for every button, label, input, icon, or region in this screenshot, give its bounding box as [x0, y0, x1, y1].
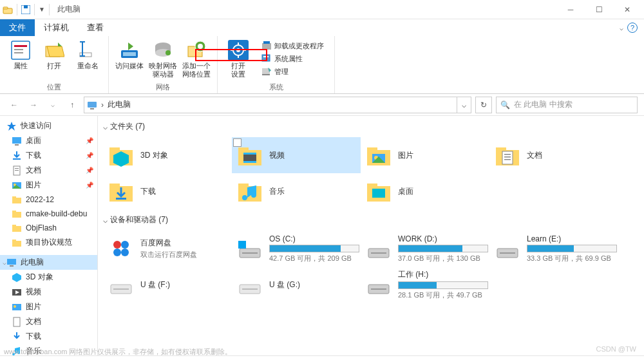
refresh-button[interactable]: ↻	[475, 97, 492, 113]
folder-3d-objects[interactable]: 3D 对象	[103, 137, 232, 173]
folder-downloads[interactable]: 下载	[103, 173, 232, 209]
view-tab[interactable]: 查看	[78, 19, 113, 36]
svg-rect-34	[263, 56, 269, 57]
svg-rect-46	[15, 170, 19, 171]
svg-rect-42	[15, 144, 19, 146]
sidebar-pictures2[interactable]: 图片	[0, 299, 97, 314]
svg-rect-55	[12, 225, 16, 227]
sidebar-quick-access[interactable]: 快速访问	[0, 118, 97, 133]
chevron-icon[interactable]: ⌵	[3, 259, 6, 266]
app-icon	[3, 5, 13, 15]
checkbox[interactable]	[233, 138, 242, 147]
svg-point-94	[113, 241, 121, 249]
sidebar-downloads[interactable]: 下载📌	[0, 148, 97, 163]
open-button[interactable]: 打开	[39, 39, 70, 71]
sidebar-desktop[interactable]: 桌面📌	[0, 133, 97, 148]
folder-desktop[interactable]: 桌面	[361, 173, 489, 209]
svg-rect-100	[242, 252, 258, 254]
sidebar-videos[interactable]: 视频	[0, 285, 97, 299]
drive-os-c[interactable]: OS (C:) 42.7 GB 可用，共 209 GB	[232, 231, 361, 267]
address-dropdown[interactable]: ⌵	[457, 97, 471, 113]
drive-baidu[interactable]: 百度网盘 双击运行百度网盘	[103, 231, 232, 267]
qat-save-icon[interactable]	[21, 5, 30, 14]
ribbon-help[interactable]: ⌵ ?	[620, 23, 644, 33]
folder-music[interactable]: 音乐	[232, 173, 361, 209]
svg-rect-41	[12, 137, 21, 144]
svg-rect-7	[14, 52, 23, 53]
folder-videos[interactable]: 视频	[232, 137, 361, 173]
watermark-right: CSDN @TW	[596, 345, 637, 353]
svg-rect-68	[109, 147, 120, 151]
forward-button[interactable]: →	[26, 97, 41, 113]
drive-work-d[interactable]: WORK (D:) 37.0 GB 可用，共 130 GB	[361, 231, 489, 267]
minimize-button[interactable]: ─	[556, 0, 585, 19]
recent-dropdown[interactable]: ⌵	[45, 97, 61, 113]
sidebar-documents[interactable]: 文档📌	[0, 163, 97, 178]
svg-rect-71	[238, 147, 249, 151]
uninstall-button[interactable]: 卸载或更改程序	[259, 40, 327, 52]
sidebar-objflash[interactable]: ObjFlash	[0, 221, 97, 235]
svg-rect-52	[12, 212, 21, 218]
sidebar-protocol[interactable]: 项目协议规范	[0, 235, 97, 250]
system-properties-button[interactable]: 系统属性	[259, 53, 327, 64]
address-input[interactable]: › 此电脑	[84, 97, 457, 113]
svg-rect-33	[262, 55, 270, 61]
svg-rect-45	[15, 168, 19, 169]
svg-rect-58	[7, 259, 16, 265]
back-button[interactable]: ←	[6, 97, 22, 113]
drive-work-h[interactable]: 工作 (H:) 28.1 GB 可用，共 49.7 GB	[361, 267, 489, 303]
title-bar: ▼ 此电脑 ─ ☐ ✕	[0, 0, 644, 19]
svg-rect-32	[263, 41, 270, 44]
properties-button[interactable]: 属性	[5, 39, 36, 71]
drive-fill	[399, 245, 462, 252]
pin-icon: 📌	[86, 182, 93, 189]
sidebar-3d[interactable]: 3D 对象	[0, 270, 97, 285]
svg-rect-108	[242, 288, 258, 290]
svg-rect-63	[12, 304, 21, 310]
sidebar-documents2[interactable]: 文档	[0, 314, 97, 329]
pin-icon: 📌	[86, 152, 93, 159]
svg-rect-106	[113, 288, 129, 290]
svg-rect-51	[12, 196, 16, 198]
svg-marker-9	[47, 46, 64, 57]
sidebar-pictures[interactable]: 图片📌	[0, 178, 97, 193]
close-button[interactable]: ✕	[613, 0, 641, 19]
manage-button[interactable]: 管理	[259, 66, 327, 77]
svg-rect-76	[367, 147, 377, 151]
watermark: www.toymoban.com 网络图片仅供展示，非存储，如有侵权请联系删除。	[4, 347, 232, 357]
drive-fill	[270, 245, 341, 252]
up-button[interactable]: ↑	[64, 97, 80, 113]
open-settings-button[interactable]: 打开 设置	[223, 39, 254, 80]
svg-rect-74	[243, 161, 256, 163]
svg-point-95	[121, 241, 129, 249]
qat-dropdown-icon[interactable]: ▼	[39, 6, 45, 13]
folder-pictures[interactable]: 图片	[361, 137, 489, 173]
map-drive-button[interactable]: 映射网络 驱动器	[147, 39, 178, 80]
window-title: 此电脑	[57, 4, 80, 15]
folders-group-header[interactable]: ⌵文件夹 (7)	[98, 118, 644, 135]
rename-button[interactable]: 重命名	[72, 39, 103, 71]
sidebar-downloads2[interactable]: 下载	[0, 329, 97, 344]
folder-documents[interactable]: 文档	[489, 137, 618, 173]
sidebar-this-pc[interactable]: ⌵ 此电脑	[0, 255, 97, 270]
svg-marker-60	[12, 273, 21, 282]
sidebar-folder-2022[interactable]: 2022-12	[0, 193, 97, 207]
add-location-button[interactable]: 添加一个 网络位置	[181, 39, 212, 80]
access-media-button[interactable]: 访问媒体	[114, 39, 145, 71]
svg-rect-11	[82, 42, 83, 55]
svg-rect-104	[500, 252, 515, 254]
svg-point-97	[121, 249, 129, 256]
maximize-button[interactable]: ☐	[585, 0, 613, 19]
drive-usb-f[interactable]: U 盘 (F:)	[103, 267, 232, 303]
svg-rect-3	[24, 5, 28, 8]
sidebar-cmake[interactable]: cmake-build-debu	[0, 207, 97, 221]
devices-group-header[interactable]: ⌵设备和驱动器 (7)	[98, 212, 644, 228]
drive-usb-g[interactable]: U 盘 (G:)	[232, 267, 361, 303]
file-tab[interactable]: 文件	[0, 19, 35, 36]
svg-rect-1	[3, 7, 8, 9]
computer-tab[interactable]: 计算机	[35, 19, 78, 36]
svg-rect-43	[13, 158, 21, 160]
search-input[interactable]: 🔍 在 此电脑 中搜索	[496, 97, 638, 113]
svg-rect-53	[12, 211, 16, 212]
drive-learn-e[interactable]: Learn (E:) 33.3 GB 可用，共 69.9 GB	[489, 231, 618, 267]
